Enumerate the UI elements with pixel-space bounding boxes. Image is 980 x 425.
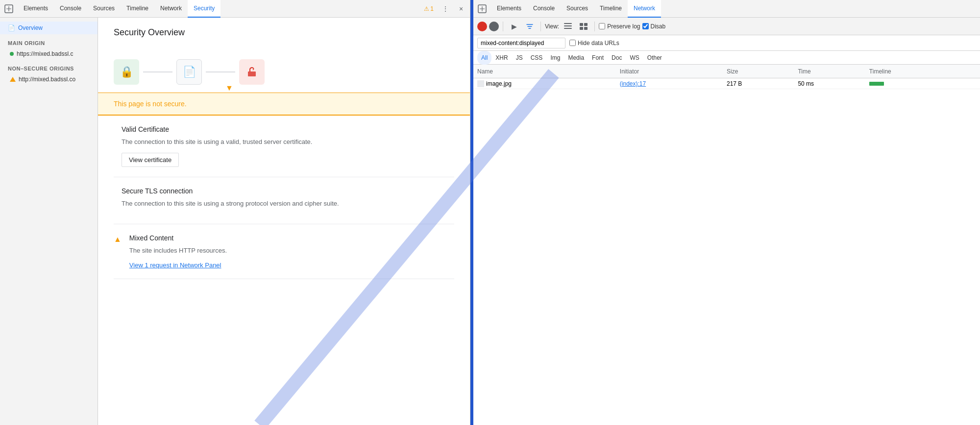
- right-panel: Elements Console Sources Timeline Networ…: [473, 0, 980, 425]
- toolbar-sep-3: [594, 22, 595, 31]
- disable-checkbox[interactable]: [642, 23, 649, 29]
- sidebar-non-secure-origin[interactable]: http://mixed.badssl.co: [0, 73, 98, 85]
- svg-rect-11: [584, 27, 588, 30]
- warning-triangle-icon: [10, 77, 16, 82]
- cert-desc: The connection to this site is using a v…: [122, 137, 454, 147]
- type-tab-js[interactable]: JS: [512, 51, 527, 65]
- tls-desc: The connection to this site is using a s…: [122, 199, 454, 209]
- right-tab-sources[interactable]: Sources: [561, 0, 594, 18]
- mixed-indicator: ▲: [114, 235, 122, 269]
- right-tab-elements[interactable]: Elements: [491, 0, 527, 18]
- warning-icon: ⚠: [424, 5, 429, 12]
- type-tabs: All XHR JS CSS Img Media Font Doc WS Oth…: [473, 51, 980, 65]
- page-title: Security Overview: [114, 27, 454, 38]
- close-btn[interactable]: ×: [454, 2, 468, 16]
- svg-rect-5: [564, 23, 572, 24]
- right-tab-network[interactable]: Network: [628, 0, 661, 18]
- type-tab-other[interactable]: Other: [643, 51, 666, 65]
- sidebar-item-overview[interactable]: 📄 Overview: [0, 22, 98, 34]
- security-layout: 📄 Overview Main Origin https://mixed.bad…: [0, 18, 470, 425]
- col-header-time[interactable]: Time: [798, 68, 869, 75]
- hide-data-label: Hide data URLs: [569, 40, 619, 47]
- right-tab-timeline[interactable]: Timeline: [594, 0, 628, 18]
- right-devtools-logo: [475, 2, 489, 16]
- warning-banner: This page is not secure.: [98, 93, 470, 116]
- file-icon: [477, 80, 484, 87]
- svg-rect-1: [248, 71, 256, 76]
- down-arrow-icon: ▼: [225, 84, 233, 93]
- timeline-bar: [869, 82, 884, 86]
- broken-lock-icon: [239, 59, 265, 85]
- type-tab-img[interactable]: Img: [546, 51, 564, 65]
- lock-icon: 🔒: [114, 59, 139, 85]
- row-time: 50 ms: [798, 80, 869, 87]
- svg-rect-8: [580, 23, 583, 26]
- svg-rect-9: [584, 23, 588, 26]
- tree-view-btn[interactable]: [577, 20, 590, 33]
- row-name: image.jpg: [477, 80, 620, 87]
- tls-content: Secure TLS connection The connection to …: [122, 187, 454, 214]
- col-header-initiator[interactable]: Initiator: [620, 68, 727, 75]
- row-initiator[interactable]: (index):17: [620, 80, 727, 87]
- security-diagram: 🔒 📄: [114, 49, 454, 85]
- record-button[interactable]: [477, 22, 487, 31]
- view-label: View:: [545, 23, 559, 30]
- col-header-size[interactable]: Size: [727, 68, 798, 75]
- col-header-name[interactable]: Name: [477, 68, 620, 75]
- tab-sources[interactable]: Sources: [87, 0, 121, 18]
- diagram-arrow: ▼: [114, 84, 454, 93]
- main-origin-title: Main Origin: [0, 34, 98, 48]
- table-header: Name Initiator Size Time Timeline: [473, 65, 980, 78]
- type-tab-media[interactable]: Media: [564, 51, 588, 65]
- tab-network[interactable]: Network: [154, 0, 188, 18]
- network-toolbar: ▶ View:: [473, 18, 980, 35]
- table-row[interactable]: image.jpg (index):17 217 B 50 ms: [473, 78, 980, 89]
- diagram-line-2: [206, 71, 235, 72]
- cert-title: Valid Certificate: [122, 125, 454, 133]
- doc-middle-icon: 📄: [176, 59, 202, 85]
- tab-elements[interactable]: Elements: [18, 0, 54, 18]
- svg-rect-6: [564, 25, 572, 26]
- type-tab-font[interactable]: Font: [588, 51, 608, 65]
- valid-cert-section: Valid Certificate The connection to this…: [114, 116, 454, 177]
- preserve-log-checkbox[interactable]: [599, 23, 605, 29]
- toolbar-sep-1: [503, 22, 503, 31]
- mixed-title: Mixed Content: [129, 234, 454, 242]
- tab-security[interactable]: Security: [188, 0, 220, 18]
- view-certificate-button[interactable]: View certificate: [122, 153, 179, 167]
- devtools-logo: [2, 2, 16, 16]
- filter-icon[interactable]: [523, 20, 537, 33]
- type-tab-all[interactable]: All: [477, 51, 491, 65]
- security-main: Security Overview 🔒 📄: [98, 18, 470, 425]
- cert-content: Valid Certificate The connection to this…: [122, 125, 454, 167]
- list-view-btn[interactable]: [561, 20, 575, 33]
- left-tab-bar: Elements Console Sources Timeline Networ…: [0, 0, 470, 18]
- svg-rect-7: [564, 28, 572, 29]
- type-tab-ws[interactable]: WS: [626, 51, 643, 65]
- warning-badge: ⚠ 1: [421, 5, 437, 12]
- col-header-timeline[interactable]: Timeline: [869, 68, 976, 75]
- toolbar-sep-2: [540, 22, 541, 31]
- row-timeline: [869, 82, 976, 86]
- mixed-content-section: ▲ Mixed Content The site includes HTTP r…: [114, 224, 454, 279]
- tab-timeline[interactable]: Timeline: [121, 0, 154, 18]
- sidebar-main-origin[interactable]: https://mixed.badssl.c: [0, 48, 98, 60]
- more-menu-btn[interactable]: ⋮: [439, 2, 452, 16]
- video-icon[interactable]: ▶: [507, 20, 521, 33]
- network-link[interactable]: View 1 request in Network Panel: [129, 261, 221, 269]
- disable-label: Disab: [642, 23, 666, 30]
- type-tab-css[interactable]: CSS: [527, 51, 547, 65]
- tab-console[interactable]: Console: [54, 0, 87, 18]
- type-tab-doc[interactable]: Doc: [608, 51, 626, 65]
- hide-data-checkbox[interactable]: [569, 40, 576, 46]
- right-tab-console[interactable]: Console: [527, 0, 561, 18]
- stop-button[interactable]: [489, 22, 499, 31]
- network-table: image.jpg (index):17 217 B 50 ms: [473, 78, 980, 425]
- non-secure-title: Non–Secure Origins: [0, 60, 98, 73]
- tls-section: Secure TLS connection The connection to …: [114, 177, 454, 225]
- filter-input[interactable]: [477, 38, 565, 48]
- tls-title: Secure TLS connection: [122, 187, 454, 195]
- type-tab-xhr[interactable]: XHR: [491, 51, 512, 65]
- mixed-desc: The site includes HTTP resources.: [129, 246, 454, 256]
- mixed-content: Mixed Content The site includes HTTP res…: [129, 234, 454, 269]
